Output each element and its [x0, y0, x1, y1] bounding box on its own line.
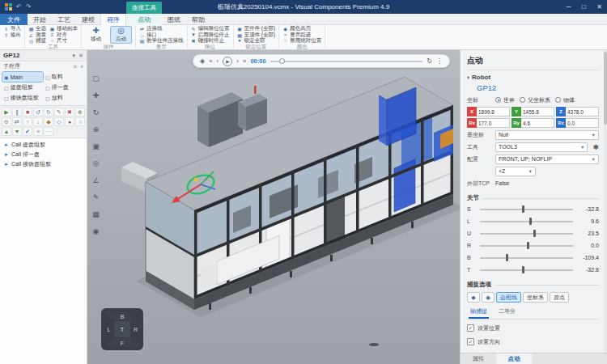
snap-button[interactable]: ◎捕捉	[28, 38, 46, 44]
tool-select[interactable]: TOOL3▼	[495, 142, 588, 152]
record-icon[interactable]: ●	[65, 117, 74, 126]
joint-slider-handle[interactable]	[522, 266, 524, 273]
skip-end-icon[interactable]: »	[243, 58, 246, 65]
y-input[interactable]: 1455.8	[521, 107, 554, 116]
subroutine-qule[interactable]: ▢取料	[44, 72, 84, 82]
simulation-settings-icon[interactable]: ◈	[200, 58, 205, 65]
joint-slider-handle[interactable]	[527, 242, 529, 249]
disable-absolute-button[interactable]: ○禁用绝对位置	[282, 38, 321, 44]
joint-slider-s[interactable]	[480, 209, 573, 210]
tab-help[interactable]: 帮助	[186, 14, 210, 25]
panel-close-icon[interactable]: ✕	[79, 53, 83, 59]
tab-drawing[interactable]: 图纸	[162, 14, 186, 25]
annotate-icon[interactable]: ✎	[90, 192, 102, 203]
ry-input[interactable]: 4.6	[521, 118, 554, 128]
origin-icon[interactable]: ◉	[90, 226, 102, 237]
gear-icon[interactable]: ✱	[592, 143, 599, 151]
move-button[interactable]: ✚ 移动	[85, 26, 107, 44]
edit-icon[interactable]: ✎	[54, 108, 64, 116]
radio-world[interactable]	[495, 97, 501, 103]
point-icon[interactable]: ◆	[44, 117, 53, 126]
swap-icon[interactable]: ⇄	[12, 117, 22, 126]
redo-icon[interactable]: ↻	[44, 108, 53, 116]
x-input[interactable]: 1899.8	[477, 107, 510, 116]
pan-icon[interactable]: ✚	[90, 90, 102, 101]
measure-icon[interactable]: ∠	[90, 175, 102, 186]
statement-call-2[interactable]: ►Call 排一盘	[0, 150, 87, 159]
subroutine-paiyipan[interactable]: ▢排一盘	[44, 83, 84, 92]
joint-slider-handle[interactable]	[529, 218, 532, 225]
run-icon[interactable]: ▶	[2, 108, 11, 116]
tab-modeling[interactable]: 建模	[76, 14, 100, 25]
check-icon[interactable]: ✔	[23, 127, 32, 136]
maximize-button[interactable]: □	[576, 0, 592, 14]
stop-on-collision-button[interactable]: ✖碰撞时停止	[191, 38, 230, 44]
stop-icon[interactable]: ■	[23, 108, 32, 116]
pause-icon[interactable]: ∥	[12, 108, 22, 116]
tab-process[interactable]: 工艺	[52, 14, 76, 25]
joint-slider-l[interactable]	[480, 221, 573, 222]
minimize-button[interactable]: ─	[561, 0, 576, 14]
add-icon[interactable]: ⊕	[75, 108, 85, 116]
subroutine-main[interactable]: ▣Main	[2, 72, 43, 82]
step-forward-icon[interactable]: ›	[236, 58, 239, 65]
bisect-tab[interactable]: 二等分	[497, 307, 517, 319]
remove-icon[interactable]: ⊖	[2, 117, 11, 126]
more-options-icon[interactable]: ⋮	[436, 58, 443, 65]
tab-properties[interactable]: 属性	[461, 353, 496, 364]
tab-home[interactable]: 开始	[28, 14, 52, 25]
skip-start-icon[interactable]: «	[209, 58, 212, 65]
zoom-icon[interactable]: ⊕	[90, 124, 102, 135]
nav-face-left[interactable]: L	[108, 327, 111, 332]
approach-axis-select[interactable]: +Z▼	[495, 167, 536, 176]
radio-object[interactable]	[555, 97, 561, 103]
joint-slider-handle[interactable]	[506, 254, 508, 261]
reset-icon[interactable]: ↺	[33, 108, 43, 116]
chevron-down-icon[interactable]: ▾	[467, 74, 469, 80]
tab-program[interactable]: 程序	[100, 14, 126, 25]
set-orientation-checkbox[interactable]	[467, 338, 474, 345]
z-input[interactable]: 4378.0	[566, 107, 599, 116]
circle-icon[interactable]: ○	[75, 117, 85, 126]
nav-face-top[interactable]: T	[121, 327, 125, 332]
pendant-connections-button[interactable]: ▤教学挂件连接线	[139, 38, 184, 44]
delete-icon[interactable]: ✖	[65, 108, 74, 116]
redo-icon[interactable]: ↷	[26, 3, 32, 11]
viewport-3d[interactable]: ◈ « ‹ ▶ › » 00:00 ↻ ⋮ ▢✚↻⊕▣◎∠✎▦◉ B L R F…	[87, 50, 460, 364]
snap-frame-button[interactable]: 坐标系	[523, 292, 548, 303]
set-position-checkbox[interactable]	[467, 324, 474, 332]
grid-icon[interactable]: ▦	[90, 209, 102, 220]
rz-input[interactable]: 0.0	[566, 118, 599, 128]
axis-snap-tab[interactable]: 轴捕捉	[469, 307, 489, 319]
statement-call-1[interactable]: ►Call 提盘组胶	[0, 140, 87, 150]
fill-view-icon[interactable]: ◎	[90, 158, 102, 169]
scrollbar[interactable]	[604, 50, 607, 353]
loop-icon[interactable]: ↻	[427, 58, 432, 65]
robot-name-link[interactable]: GP12	[477, 83, 599, 93]
navigation-cube[interactable]: B L R F T	[100, 307, 144, 354]
fit-icon[interactable]: ▣	[90, 141, 102, 152]
joint-slider-handle[interactable]	[522, 205, 524, 213]
dimension-button[interactable]: ↔尺寸	[49, 38, 78, 44]
close-button[interactable]: ✕	[592, 0, 607, 14]
up-icon[interactable]: ↑	[23, 117, 32, 126]
subroutine-fangliao[interactable]: ▢放料	[44, 93, 84, 103]
joint-slider-r[interactable]	[480, 245, 573, 247]
path-icon[interactable]: ◇	[54, 117, 64, 126]
nav-face-front[interactable]: F	[121, 341, 124, 346]
joint-slider-u[interactable]	[480, 233, 573, 235]
nav-face-back[interactable]: B	[121, 314, 125, 320]
export-button[interactable]: ⇑输出	[3, 32, 21, 37]
play-button[interactable]: ▶	[223, 57, 232, 66]
list-icon[interactable]: ≡	[33, 127, 43, 136]
rx-input[interactable]: 177.0	[477, 118, 510, 128]
external-tcp-value[interactable]: False	[495, 180, 509, 186]
select-icon[interactable]: ▢	[90, 73, 102, 84]
nav-face-right[interactable]: R	[134, 327, 138, 332]
configuration-select[interactable]: FRONT, UP; NOFLIP▼	[495, 154, 599, 164]
more-icon[interactable]: ⋯	[44, 127, 53, 136]
down-icon[interactable]: ↓	[33, 117, 43, 126]
radio-parent[interactable]	[520, 97, 525, 103]
jog-button[interactable]: ◎ 点动	[110, 26, 132, 44]
subroutine-list-icon[interactable]: ≡	[74, 64, 77, 70]
